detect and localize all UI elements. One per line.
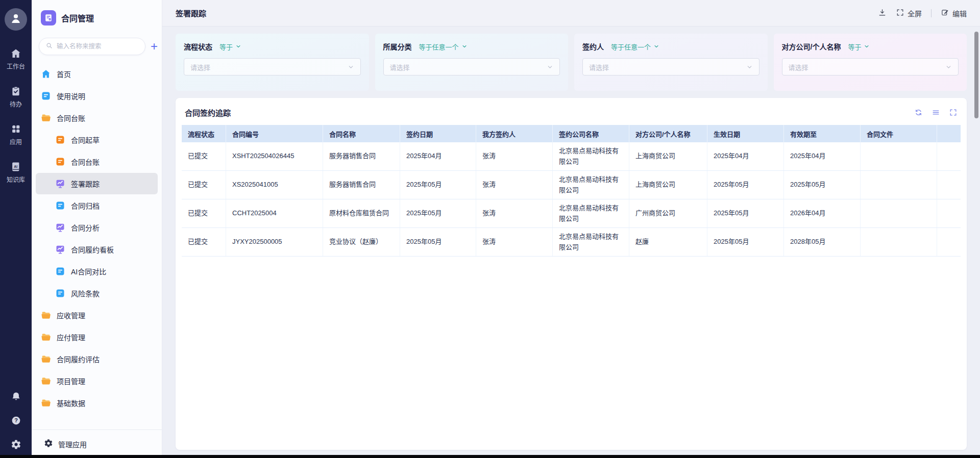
doc-blue-icon: [55, 288, 65, 298]
fullscreen-label: 全屏: [908, 8, 922, 18]
chevron-down-icon: [653, 43, 659, 49]
fullscreen-button[interactable]: 全屏: [896, 8, 922, 18]
sidebar-item-合同起草[interactable]: 合同起草: [36, 129, 158, 150]
column-header: 合同名称: [323, 125, 400, 142]
search-input[interactable]: [57, 43, 139, 50]
rail-item-4[interactable]: AI知识库: [7, 161, 25, 184]
column-header: 签约公司名称: [553, 125, 629, 142]
menu-icon[interactable]: [932, 108, 940, 117]
sidebar-item-合同台账[interactable]: 合同台账: [36, 151, 158, 172]
table-cell: 2025年05月: [707, 199, 784, 227]
sidebar-item-label: 合同分析: [71, 222, 100, 233]
bell-icon[interactable]: [11, 391, 21, 402]
sidebar-item-label: 项目管理: [57, 376, 85, 386]
filter-head: 流程状态 等于: [184, 41, 361, 52]
knowledge-book-icon: AI: [10, 161, 21, 172]
table-cell: [861, 171, 937, 199]
apps-grid-icon: [10, 123, 21, 135]
filter-label: 所属分类: [383, 41, 412, 52]
table-cell: [937, 199, 961, 227]
sidebar-item-应收管理[interactable]: 应收管理: [36, 304, 158, 326]
sidebar-item-合同履约看板[interactable]: 合同履约看板: [36, 239, 158, 260]
filter-select[interactable]: 请选择: [582, 58, 760, 75]
filter-operator-dropdown[interactable]: 等于: [848, 42, 870, 52]
filter-operator-dropdown[interactable]: 等于任意一个: [419, 42, 468, 52]
table-row-3[interactable]: 已提交CCHT2025004原材料仓库租赁合同2025年05月张涛北京易点易动科…: [182, 199, 961, 228]
table-cell: 2025年05月: [400, 228, 476, 256]
folder-icon: [41, 310, 51, 320]
chevron-down-icon: [547, 64, 553, 70]
column-header: 流程状态: [182, 125, 226, 142]
chart-icon: [55, 222, 65, 233]
table-cell: 北京易点易动科技有限公司: [553, 228, 629, 256]
filter-select[interactable]: 请选择: [782, 58, 959, 75]
filter-placeholder: 请选择: [589, 62, 609, 72]
filter-card-2: 所属分类 等于任意一个 请选择: [375, 34, 569, 91]
filter-label: 流程状态: [184, 41, 212, 52]
todo-clipboard-icon: [10, 86, 21, 97]
sidebar-item-AI合同对比[interactable]: AI合同对比: [36, 261, 158, 282]
manage-app-button[interactable]: 管理应用: [32, 429, 162, 458]
scrollbar-thumb[interactable]: [974, 32, 978, 118]
table-cell: 2028年05月: [784, 228, 861, 256]
filter-label: 签约人: [582, 41, 604, 52]
filter-head: 所属分类 等于任意一个: [383, 41, 560, 52]
sidebar-item-基础数据[interactable]: 基础数据: [36, 392, 158, 414]
sidebar-item-label: 使用说明: [57, 91, 85, 101]
doc-orange-icon: [55, 157, 65, 167]
table-cell: [937, 228, 961, 256]
add-button[interactable]: +: [150, 40, 159, 53]
help-icon[interactable]: ?: [11, 415, 21, 426]
page-title: 签署跟踪: [176, 8, 206, 18]
sidebar-item-项目管理[interactable]: 项目管理: [36, 370, 158, 392]
rail-item-3[interactable]: 应用: [7, 123, 25, 146]
content: 流程状态 等于 请选择 所属分类 等于任意一个 请选择 签约人 等于任意一个: [162, 27, 980, 458]
sidebar-item-合同台账[interactable]: 合同台账: [36, 107, 158, 129]
search-box[interactable]: [39, 38, 145, 55]
table-cell: 服务器销售合同: [323, 171, 400, 199]
table-row-1[interactable]: 已提交XSHT202504026445服务器销售合同2025年04月张涛北京易点…: [182, 142, 961, 171]
panel-header: 合同签约追踪: [182, 103, 961, 125]
sidebar-item-合同分析[interactable]: 合同分析: [36, 217, 158, 238]
gear-icon: [44, 439, 53, 449]
sidebar-item-使用说明[interactable]: 使用说明: [36, 85, 158, 107]
settings-gear-icon[interactable]: [11, 439, 21, 450]
filter-row: 流程状态 等于 请选择 所属分类 等于任意一个 请选择 签约人 等于任意一个: [176, 34, 967, 91]
table-cell: 2025年05月: [784, 171, 861, 199]
table-fullscreen-icon[interactable]: [949, 108, 958, 117]
doc-blue-icon: [41, 91, 51, 101]
table-cell: XS2025041005: [226, 171, 323, 199]
app-title: 合同管理: [61, 12, 94, 24]
table-row-2[interactable]: 已提交XS2025041005服务器销售合同2025年05月张涛北京易点易动科技…: [182, 171, 961, 199]
edit-button[interactable]: 编辑: [941, 8, 967, 18]
table-cell: [937, 142, 961, 170]
sidebar-item-合同归档[interactable]: 合同归档: [36, 195, 158, 216]
app-header: 合同管理: [32, 0, 162, 33]
left-rail: 工作台待办应用AI知识库 ?: [0, 0, 32, 458]
filter-operator-dropdown[interactable]: 等于任意一个: [611, 42, 659, 52]
table-row-4[interactable]: 已提交JYXY202500005竞业协议（赵廉）2025年05月张涛北京易点易动…: [182, 228, 961, 257]
table-cell: 上海商贸公司: [629, 142, 707, 170]
sidebar-item-应付管理[interactable]: 应付管理: [36, 326, 158, 348]
filter-operator-dropdown[interactable]: 等于: [219, 42, 241, 52]
sidebar-item-风险条款[interactable]: 风险条款: [36, 283, 158, 304]
refresh-icon[interactable]: [914, 108, 923, 117]
filter-head: 签约人 等于任意一个: [582, 41, 760, 52]
sidebar-item-首页[interactable]: 首页: [36, 63, 158, 85]
sidebar-item-签署跟踪[interactable]: 签署跟踪: [36, 173, 158, 194]
download-button[interactable]: [878, 8, 887, 18]
rail-item-2[interactable]: 待办: [7, 86, 25, 108]
sidebar-item-合同履约评估[interactable]: 合同履约评估: [36, 348, 158, 370]
table-cell: JYXY202500005: [226, 228, 323, 256]
table-body: 已提交XSHT202504026445服务器销售合同2025年04月张涛北京易点…: [182, 142, 961, 257]
search-icon: [45, 42, 53, 52]
table-cell: 北京易点易动科技有限公司: [553, 199, 629, 227]
rail-item-1[interactable]: 工作台: [7, 48, 25, 70]
avatar[interactable]: [5, 8, 27, 31]
filter-select[interactable]: 请选择: [184, 58, 361, 75]
filter-select[interactable]: 请选择: [383, 58, 560, 75]
column-header: 生效日期: [707, 125, 784, 142]
svg-text:?: ?: [14, 417, 18, 423]
manage-app-label: 管理应用: [58, 439, 87, 449]
column-header: 合同文件: [861, 125, 937, 142]
